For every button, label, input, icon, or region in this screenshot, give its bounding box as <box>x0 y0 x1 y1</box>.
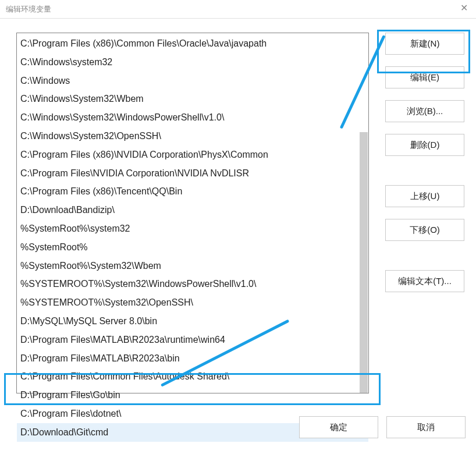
move-up-button[interactable]: 上移(U) <box>385 185 464 207</box>
browse-button[interactable]: 浏览(B)... <box>385 100 464 122</box>
titlebar: 编辑环境变量 ✕ <box>0 0 476 19</box>
close-icon[interactable]: ✕ <box>460 2 468 13</box>
list-item[interactable]: %SYSTEMROOT%\System32\OpenSSH\ <box>17 293 368 312</box>
ok-button[interactable]: 确定 <box>299 416 378 438</box>
list-item[interactable]: C:\Program Files (x86)\Tencent\QQ\Bin <box>17 182 368 201</box>
list-item[interactable]: %SystemRoot%\System32\Wbem <box>17 257 368 275</box>
list-item[interactable]: D:\MySQL\MySQL Server 8.0\bin <box>17 312 368 331</box>
cancel-button[interactable]: 取消 <box>386 416 466 438</box>
list-item[interactable]: C:\Program Files\NVIDIA Corporation\NVID… <box>17 164 368 183</box>
list-item[interactable]: C:\Windows\System32\OpenSSH\ <box>17 127 368 146</box>
window-title: 编辑环境变量 <box>6 4 51 15</box>
list-item[interactable]: D:\Program Files\Go\bin <box>17 386 368 405</box>
list-item[interactable]: C:\Program Files (x86)\Common Files\Orac… <box>17 34 368 53</box>
list-item[interactable]: C:\Windows\System32\WindowsPowerShell\v1… <box>17 108 368 127</box>
move-down-button[interactable]: 下移(O) <box>385 219 464 241</box>
list-item[interactable]: %SystemRoot% <box>17 238 368 257</box>
list-item[interactable]: %SystemRoot%\system32 <box>17 219 368 238</box>
new-button[interactable]: 新建(N) <box>385 33 464 55</box>
list-item[interactable]: C:\Windows\system32 <box>17 53 368 72</box>
list-item[interactable]: C:\Windows <box>17 72 368 90</box>
edit-button[interactable]: 编辑(E) <box>385 66 464 88</box>
list-item[interactable]: C:\Program Files (x86)\NVIDIA Corporatio… <box>17 146 368 164</box>
scrollbar-thumb[interactable] <box>360 132 368 393</box>
side-button-column: 新建(N) 编辑(E) 浏览(B)... 删除(D) 上移(U) 下移(O) 编… <box>385 33 464 393</box>
delete-button[interactable]: 删除(D) <box>385 134 464 156</box>
list-item[interactable]: D:\Program Files\MATLAB\R2023a\bin <box>17 349 368 368</box>
list-item[interactable]: C:\Windows\System32\Wbem <box>17 90 368 108</box>
list-item[interactable]: %SYSTEMROOT%\System32\WindowsPowerShell\… <box>17 275 368 293</box>
list-item[interactable]: C:\Program Files\Common Files\Autodesk S… <box>17 367 368 386</box>
list-item[interactable]: D:\Program Files\MATLAB\R2023a\runtime\w… <box>17 331 368 349</box>
edit-text-button[interactable]: 编辑文本(T)... <box>385 270 464 292</box>
bottom-button-row: 确定 取消 <box>299 416 466 438</box>
list-item[interactable]: D:\Download\Bandizip\ <box>17 201 368 219</box>
path-listbox[interactable]: C:\Program Files (x86)\Common Files\Orac… <box>16 33 369 393</box>
dialog-content: C:\Program Files (x86)\Common Files\Orac… <box>0 19 476 393</box>
